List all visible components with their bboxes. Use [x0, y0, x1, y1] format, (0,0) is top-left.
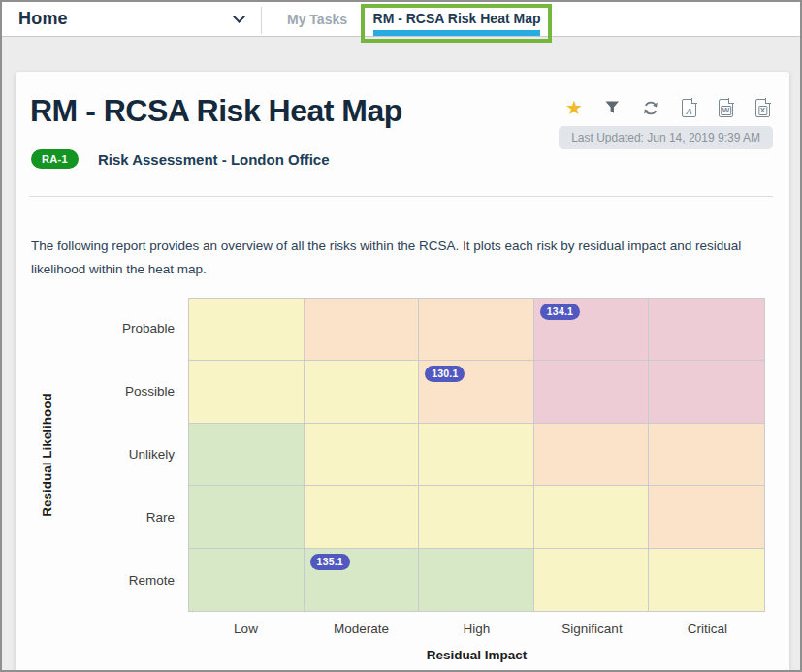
risk-point-130.1[interactable]: 130.1: [425, 366, 465, 382]
x-axis-title: Residual Impact: [188, 648, 765, 662]
heatmap-cell-rare-moderate: [305, 486, 420, 548]
active-tab-underline: [373, 30, 540, 36]
heatmap-cell-possible-moderate: [305, 361, 420, 423]
y-axis-labels: ProbablePossibleUnlikelyRareRemote: [72, 298, 175, 612]
heatmap-cell-unlikely-low: [189, 424, 305, 486]
y-label-possible: Possible: [72, 384, 175, 399]
report-meta-row: RA-1 Risk Assessment - London Office: [31, 149, 330, 169]
export-excel-icon[interactable]: X: [755, 97, 770, 118]
heatmap-cell-possible-critical: [649, 361, 764, 423]
heatmap-cell-remote-significant: [534, 549, 650, 611]
heatmap-cell-rare-high: [419, 486, 534, 548]
y-label-remote: Remote: [72, 573, 175, 588]
risk-heat-map: 134.1130.1135.1: [188, 298, 765, 612]
y-axis-title: Residual Likelihood: [40, 393, 54, 517]
report-toolbar: ★ A W X: [565, 97, 770, 118]
heatmap-cell-unlikely-high: [419, 424, 534, 486]
last-updated-badge: Last Updated: Jun 14, 2019 9:39 AM: [559, 126, 773, 149]
heatmap-cell-rare-low: [189, 486, 305, 548]
export-pdf-icon[interactable]: A: [682, 97, 696, 118]
heatmap-cell-rare-critical: [649, 486, 764, 548]
report-card: RM - RCSA Risk Heat Map RA-1 Risk Assess…: [16, 72, 789, 672]
risk-point-134.1[interactable]: 134.1: [540, 304, 580, 320]
tab-rcsa-risk-heat-map[interactable]: RM - RCSA Risk Heat Map: [366, 2, 548, 37]
heatmap-cell-unlikely-significant: [534, 424, 650, 486]
header-divider: [261, 7, 262, 34]
filter-icon[interactable]: [605, 97, 620, 118]
x-label-critical: Critical: [650, 622, 765, 636]
heatmap-cell-unlikely-critical: [649, 424, 764, 486]
x-label-high: High: [419, 622, 534, 636]
y-label-probable: Probable: [72, 321, 175, 336]
x-label-significant: Significant: [534, 622, 650, 636]
tab-my-tasks[interactable]: My Tasks: [272, 2, 363, 37]
heatmap-cell-probable-moderate: [305, 299, 420, 361]
x-label-low: Low: [188, 622, 304, 636]
risk-point-135.1[interactable]: 135.1: [310, 554, 350, 570]
heatmap-cell-rare-significant: [534, 486, 650, 548]
heatmap-cell-remote-critical: [649, 549, 764, 611]
refresh-icon[interactable]: [642, 97, 659, 118]
heatmap-cell-remote-high: [419, 549, 534, 611]
x-label-moderate: Moderate: [304, 622, 419, 636]
page-title: RM - RCSA Risk Heat Map: [30, 93, 402, 129]
y-label-rare: Rare: [72, 510, 175, 525]
heatmap-cell-possible-low: [189, 361, 305, 423]
x-axis-labels: LowModerateHighSignificantCritical: [188, 622, 765, 636]
top-navigation-bar: Home My Tasks RM - RCSA Risk Heat Map: [2, 2, 800, 37]
chevron-down-icon[interactable]: [233, 11, 245, 23]
heatmap-cell-probable-high: [419, 299, 534, 361]
heatmap-cell-remote-low: [189, 549, 305, 611]
section-divider: [29, 196, 773, 197]
record-id-badge: RA-1: [31, 149, 79, 169]
y-label-unlikely: Unlikely: [72, 447, 175, 462]
export-word-icon[interactable]: W: [719, 97, 733, 118]
tab-label: RM - RCSA Risk Heat Map: [373, 11, 541, 26]
favorite-star-icon[interactable]: ★: [565, 97, 583, 118]
heatmap-cell-possible-significant: [534, 361, 650, 423]
app-window: Home My Tasks RM - RCSA Risk Heat Map RM…: [0, 0, 802, 672]
home-menu[interactable]: Home: [18, 9, 68, 29]
report-subtitle: Risk Assessment - London Office: [98, 151, 330, 168]
heatmap-cell-probable-critical: [649, 299, 764, 361]
report-description: The following report provides an overvie…: [31, 235, 760, 281]
heatmap-cell-probable-low: [189, 299, 305, 361]
heatmap-cell-unlikely-moderate: [305, 424, 420, 486]
